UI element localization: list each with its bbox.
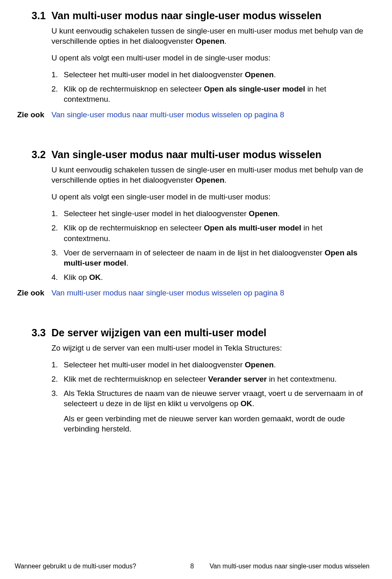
heading-number: 3.1 [15, 10, 51, 22]
list-item: 1. Selecteer het multi-user model in het… [51, 69, 370, 80]
list-item: 3. Voer de servernaam in of selecteer de… [51, 248, 370, 268]
list-text: Voer de servernaam in of selecteer de na… [64, 248, 370, 268]
list-text: Selecteer het multi-user model in het di… [64, 360, 370, 370]
list-item: 3. Als Tekla Structures de naam van de n… [51, 388, 370, 434]
list-item: 1. Selecteer het multi-user model in het… [51, 360, 370, 370]
list-number: 3. [51, 248, 64, 268]
lead-paragraph: U opent als volgt een multi-user model i… [51, 53, 370, 63]
list-text: Klik op de rechtermuisknop en selecteer … [64, 84, 370, 104]
list-number: 2. [51, 84, 64, 104]
ordered-list: 1. Selecteer het multi-user model in het… [51, 69, 370, 104]
heading-title: De server wijzigen van een multi-user mo… [51, 327, 267, 339]
intro-paragraph: U kunt eenvoudig schakelen tussen de sin… [51, 26, 370, 46]
list-text: Als Tekla Structures de naam van de nieu… [64, 388, 370, 434]
section-3-1: 3.1 Van multi-user modus naar single-use… [15, 10, 370, 120]
lead-paragraph: Zo wijzigt u de server van een multi-use… [51, 343, 370, 353]
list-item: 4. Klik op OK. [51, 272, 370, 282]
heading-title: Van multi-user modus naar single-user mo… [51, 10, 321, 22]
heading-number: 3.2 [15, 149, 51, 161]
list-text: Klik op OK. [64, 272, 370, 282]
ordered-list: 1. Selecteer het single-user model in he… [51, 208, 370, 282]
heading-3-2: 3.2 Van single-user modus naar multi-use… [15, 149, 370, 161]
heading-3-3: 3.3 De server wijzigen van een multi-use… [15, 327, 370, 339]
list-text-main: Als Tekla Structures de naam van de nieu… [64, 389, 363, 408]
footer-left: Wanneer gebruikt u de multi-user modus? [15, 563, 136, 570]
list-number: 3. [51, 388, 64, 434]
section-3-3: 3.3 De server wijzigen van een multi-use… [15, 327, 370, 434]
page: 3.1 Van multi-user modus naar single-use… [0, 0, 392, 579]
list-item: 2. Klik op de rechtermuisknop en selecte… [51, 84, 370, 104]
see-also-link[interactable]: Van multi-user modus naar single-user mo… [51, 288, 284, 298]
list-item: 1. Selecteer het single-user model in he… [51, 208, 370, 219]
intro-paragraph: U kunt eenvoudig schakelen tussen de sin… [51, 165, 370, 185]
list-item: 2. Klik op de rechtermuisknop en selecte… [51, 223, 370, 243]
see-also-row: Zie ook Van multi-user modus naar single… [15, 288, 370, 298]
list-number: 1. [51, 69, 64, 80]
page-footer: Wanneer gebruikt u de multi-user modus? … [15, 563, 370, 570]
list-text: Klik op de rechtermuisknop en selecteer … [64, 223, 370, 243]
heading-title: Van single-user modus naar multi-user mo… [51, 149, 321, 161]
lead-paragraph: U opent als volgt een single-user model … [51, 192, 370, 202]
ordered-list: 1. Selecteer het multi-user model in het… [51, 360, 370, 434]
list-number: 2. [51, 374, 64, 384]
see-also-label: Zie ook [15, 288, 51, 298]
list-extra-paragraph: Als er geen verbinding met de nieuwe ser… [64, 414, 370, 434]
list-number: 2. [51, 223, 64, 243]
list-text: Selecteer het single-user model in het d… [64, 208, 370, 219]
list-item: 2. Klik met de rechtermuisknop en select… [51, 374, 370, 384]
section-body: U kunt eenvoudig schakelen tussen de sin… [51, 26, 370, 104]
footer-page-number: 8 [190, 563, 194, 570]
list-text: Klik met de rechtermuisknop en selecteer… [64, 374, 370, 384]
heading-number: 3.3 [15, 327, 51, 339]
section-body: U kunt eenvoudig schakelen tussen de sin… [51, 165, 370, 282]
footer-right: Van multi-user modus naar single-user mo… [209, 563, 370, 570]
list-text: Selecteer het multi-user model in het di… [64, 69, 370, 80]
see-also-row: Zie ook Van single-user modus naar multi… [15, 110, 370, 120]
list-number: 4. [51, 272, 64, 282]
heading-3-1: 3.1 Van multi-user modus naar single-use… [15, 10, 370, 22]
list-number: 1. [51, 360, 64, 370]
list-number: 1. [51, 208, 64, 219]
section-body: Zo wijzigt u de server van een multi-use… [51, 343, 370, 434]
see-also-label: Zie ook [15, 110, 51, 120]
see-also-link[interactable]: Van single-user modus naar multi-user mo… [51, 110, 284, 120]
section-3-2: 3.2 Van single-user modus naar multi-use… [15, 149, 370, 298]
